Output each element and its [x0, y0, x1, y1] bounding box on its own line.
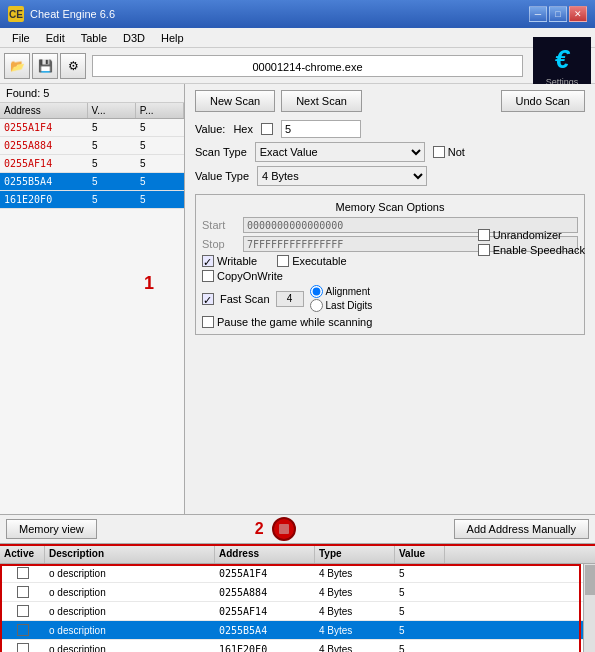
ct-active-cell [0, 567, 45, 579]
ct-type-cell: 4 Bytes [315, 644, 395, 653]
not-check: Not [433, 146, 465, 158]
last-digits-label: Last Digits [326, 300, 373, 311]
new-scan-button[interactable]: New Scan [195, 90, 275, 112]
undo-scan-button[interactable]: Undo Scan [501, 90, 585, 112]
fast-scan-checkbox[interactable]: ✓ [202, 293, 214, 305]
title-bar: CE Cheat Engine 6.6 ─ □ ✕ [0, 0, 595, 28]
ct-desc-cell: o description [45, 568, 215, 579]
right-options: Unrandomizer Enable Speedhack [478, 229, 585, 259]
menu-edit[interactable]: Edit [38, 30, 73, 46]
scan-type-select[interactable]: Exact Value Bigger than... Smaller than.… [255, 142, 425, 162]
ct-header-addr: Address [215, 546, 315, 563]
maximize-button[interactable]: □ [549, 6, 567, 22]
menu-table[interactable]: Table [73, 30, 115, 46]
ct-active-checkbox[interactable] [17, 643, 29, 652]
value-row: Value: Hex [195, 120, 585, 138]
scan-options-panel: New Scan Next Scan Undo Scan Value: Hex … [185, 84, 595, 514]
pause-label: Pause the game while scanning [217, 316, 372, 328]
bottom-toolbar: Memory view 2 Add Address Manually [0, 514, 595, 544]
copy-on-write-check: CopyOnWrite [202, 270, 578, 282]
memory-scan-options: Memory Scan Options Start Stop ✓ Writabl… [195, 194, 585, 335]
ct-type-cell: 4 Bytes [315, 606, 395, 617]
writable-checkbox[interactable]: ✓ [202, 255, 214, 267]
settings-btn[interactable]: ⚙ [60, 53, 86, 79]
ct-desc-cell: o description [45, 644, 215, 653]
last-digits-radio-input[interactable] [310, 299, 323, 312]
ce-logo-symbol: € [555, 44, 569, 75]
cheat-table-header: Active Description Address Type Value [0, 546, 595, 564]
close-button[interactable]: ✕ [569, 6, 587, 22]
ct-type-cell: 4 Bytes [315, 625, 395, 636]
ct-addr-cell: 0255B5A4 [215, 625, 315, 636]
addr-cell-address: 0255AF14 [0, 158, 88, 169]
open-file-button[interactable]: 📂 [4, 53, 30, 79]
process-selector[interactable]: 00001214-chrome.exe [92, 55, 523, 77]
toolbar: 📂 💾 ⚙ 00001214-chrome.exe € Settings [0, 48, 595, 84]
ct-addr-cell: 161E20F0 [215, 644, 315, 653]
table-row[interactable]: 0255A1F4 5 5 [0, 119, 184, 137]
ct-active-checkbox[interactable] [17, 567, 29, 579]
menu-d3d[interactable]: D3D [115, 30, 153, 46]
hex-label: Hex [233, 123, 253, 135]
ct-row[interactable]: o description 0255B5A4 4 Bytes 5 [0, 621, 595, 640]
addr-cell-address: 161E20F0 [0, 194, 88, 205]
addr-cell-v: 5 [88, 140, 136, 151]
ct-active-checkbox[interactable] [17, 624, 29, 636]
stop-scan-button[interactable] [272, 517, 296, 541]
menu-help[interactable]: Help [153, 30, 192, 46]
executable-label: Executable [292, 255, 346, 267]
executable-check: Executable [277, 255, 346, 267]
fast-scan-row: ✓ Fast Scan Alignment Last Digits [202, 285, 578, 312]
value-type-select[interactable]: 4 Bytes Byte 2 Bytes 8 Bytes Float Doubl… [257, 166, 427, 186]
ct-row[interactable]: o description 0255A884 4 Bytes 5 [0, 583, 595, 602]
fast-scan-input[interactable] [276, 291, 304, 307]
alignment-radio[interactable]: Alignment [310, 285, 373, 298]
ct-type-cell: 4 Bytes [315, 587, 395, 598]
value-type-row: Value Type 4 Bytes Byte 2 Bytes 8 Bytes … [195, 166, 585, 186]
pause-check-row: Pause the game while scanning [202, 316, 578, 328]
ct-type-cell: 4 Bytes [315, 568, 395, 579]
minimize-button[interactable]: ─ [529, 6, 547, 22]
unrandomizer-checkbox[interactable] [478, 229, 490, 241]
table-row[interactable]: 161E20F0 5 5 [0, 191, 184, 209]
menu-bar: File Edit Table D3D Help [0, 28, 595, 48]
app-icon: CE [8, 6, 24, 22]
table-row[interactable]: 0255AF14 5 5 [0, 155, 184, 173]
menu-file[interactable]: File [4, 30, 38, 46]
ct-row[interactable]: o description 0255A1F4 4 Bytes 5 [0, 564, 595, 583]
table-scrollbar[interactable] [583, 564, 595, 652]
add-address-button[interactable]: Add Address Manually [454, 519, 589, 539]
not-label: Not [448, 146, 465, 158]
ct-active-cell [0, 605, 45, 617]
value-type-label: Value Type [195, 170, 249, 182]
ct-val-cell: 5 [395, 644, 445, 653]
scan-buttons-row: New Scan Next Scan Undo Scan [195, 90, 585, 112]
pause-checkbox[interactable] [202, 316, 214, 328]
last-digits-radio[interactable]: Last Digits [310, 299, 373, 312]
scrollbar-thumb[interactable] [585, 565, 595, 595]
ct-active-checkbox[interactable] [17, 605, 29, 617]
not-checkbox[interactable] [433, 146, 445, 158]
ct-val-cell: 5 [395, 568, 445, 579]
ct-row[interactable]: o description 161E20F0 4 Bytes 5 [0, 640, 595, 652]
hex-checkbox[interactable] [261, 123, 273, 135]
memory-view-button[interactable]: Memory view [6, 519, 97, 539]
addr-col-v: V... [88, 103, 136, 118]
table-row[interactable]: 0255A884 5 5 [0, 137, 184, 155]
next-scan-button[interactable]: Next Scan [281, 90, 362, 112]
speedhack-checkbox[interactable] [478, 244, 490, 256]
alignment-radio-input[interactable] [310, 285, 323, 298]
ct-active-checkbox[interactable] [17, 586, 29, 598]
copy-on-write-checkbox[interactable] [202, 270, 214, 282]
table-row[interactable]: 0255B5A4 5 5 [0, 173, 184, 191]
addr-cell-p: 5 [136, 140, 184, 151]
ct-val-cell: 5 [395, 587, 445, 598]
value-input[interactable] [281, 120, 361, 138]
fast-scan-label: Fast Scan [220, 293, 270, 305]
value-label: Value: [195, 123, 225, 135]
save-button[interactable]: 💾 [32, 53, 58, 79]
ct-row[interactable]: o description 0255AF14 4 Bytes 5 [0, 602, 595, 621]
ct-active-cell [0, 624, 45, 636]
writable-label: Writable [217, 255, 257, 267]
executable-checkbox[interactable] [277, 255, 289, 267]
